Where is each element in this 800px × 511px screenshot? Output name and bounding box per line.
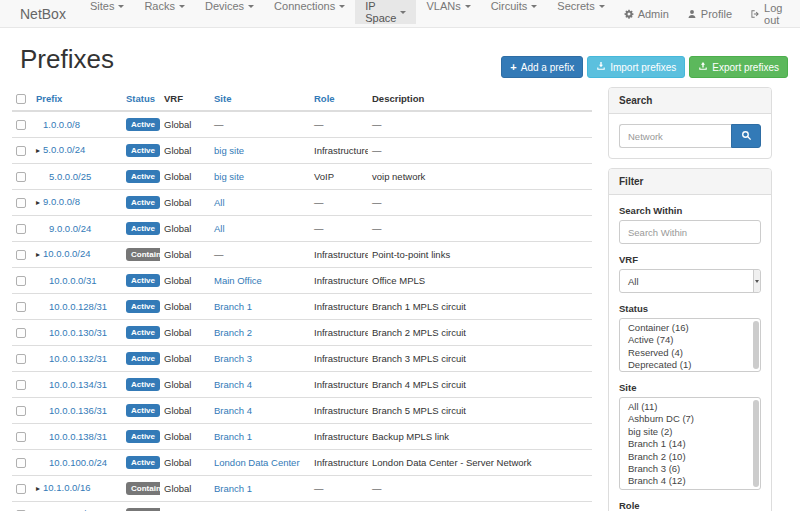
export-prefixes-button[interactable]: Export prefixes — [689, 56, 788, 78]
row-checkbox[interactable] — [16, 172, 26, 182]
row-checkbox[interactable] — [16, 380, 26, 390]
site-link[interactable]: All — [214, 223, 225, 234]
nav-item-connections[interactable]: Connections — [264, 0, 355, 12]
role-value: Infrastructure — [314, 405, 368, 416]
site-listbox[interactable]: All (11)Ashburn DC (7)big site (2)Branch… — [619, 397, 761, 490]
prefix-link[interactable]: 10.0.0.138/31 — [49, 431, 107, 442]
site-option[interactable]: Branch 1 (14) — [620, 438, 760, 450]
prefix-link[interactable]: 10.0.0.132/31 — [49, 353, 107, 364]
row-checkbox[interactable] — [16, 250, 26, 260]
row-checkbox[interactable] — [16, 198, 26, 208]
site-option[interactable]: Branch 3 (6) — [620, 463, 760, 475]
site-link[interactable]: Branch 1 — [214, 483, 252, 494]
action-buttons: + Add a prefix Import prefixes Export pr… — [501, 56, 788, 78]
site-link[interactable]: All — [214, 197, 225, 208]
site-link[interactable]: London Data Center — [214, 457, 300, 468]
row-checkbox[interactable] — [16, 302, 26, 312]
site-link[interactable]: Branch 1 — [214, 431, 252, 442]
prefix-table: Prefix Status VRF Site Role Description … — [12, 87, 592, 511]
row-checkbox[interactable] — [16, 276, 26, 286]
prefix-link[interactable]: 10.0.0.136/31 — [49, 405, 107, 416]
nav-item-sites[interactable]: Sites — [80, 0, 134, 12]
vrf-value: Global — [164, 275, 191, 286]
site-link[interactable]: Branch 1 — [214, 301, 252, 312]
nav-item-label: Devices — [205, 0, 244, 12]
site-option[interactable]: All (11) — [620, 401, 760, 413]
prefix-link[interactable]: 10.0.100.0/24 — [49, 457, 107, 468]
prefix-link[interactable]: 10.0.0.0/31 — [49, 275, 97, 286]
site-link[interactable]: Branch 4 — [214, 379, 252, 390]
admin-link[interactable]: Admin — [615, 0, 678, 27]
row-checkbox[interactable] — [16, 224, 26, 234]
status-option[interactable]: Reserved (4) — [620, 347, 760, 359]
prefix-link[interactable]: 9.0.0.0/24 — [49, 223, 91, 234]
nav-item-devices[interactable]: Devices — [195, 0, 264, 12]
prefix-link[interactable]: 9.0.0.0/8 — [43, 196, 80, 207]
column-header-status[interactable]: Status — [122, 87, 160, 111]
search-button[interactable] — [731, 124, 761, 148]
prefix-link[interactable]: 10.0.0.134/31 — [49, 379, 107, 390]
row-checkbox[interactable] — [16, 354, 26, 364]
site-option[interactable]: Branch 5 (7) — [620, 488, 760, 490]
prefix-link[interactable]: 10.1.0.0/16 — [43, 482, 91, 493]
row-checkbox[interactable] — [16, 146, 26, 156]
nav-item-ip-space[interactable]: IP Space — [355, 0, 416, 24]
prefix-link[interactable]: 5.0.0.0/24 — [43, 144, 85, 155]
status-badge: Active — [126, 170, 160, 183]
site-link[interactable]: Branch 4 — [214, 405, 252, 416]
site-link[interactable]: Branch 2 — [214, 327, 252, 338]
row-checkbox[interactable] — [16, 432, 26, 442]
row-checkbox[interactable] — [16, 458, 26, 468]
site-empty: — — [214, 119, 224, 130]
site-link[interactable]: big site — [214, 171, 244, 182]
profile-link[interactable]: Profile — [678, 0, 741, 27]
expand-arrow-icon[interactable]: ▸ — [36, 198, 43, 208]
expand-arrow-icon[interactable]: ▸ — [36, 484, 43, 494]
site-option[interactable]: Branch 2 (10) — [620, 451, 760, 463]
expand-arrow-icon[interactable]: ▸ — [36, 250, 43, 260]
row-checkbox[interactable] — [16, 406, 26, 416]
status-listbox[interactable]: Container (16)Active (74)Reserved (4)Dep… — [619, 318, 761, 372]
prefix-link[interactable]: 10.0.0.128/31 — [49, 301, 107, 312]
column-header-site[interactable]: Site — [210, 87, 310, 111]
row-checkbox[interactable] — [16, 328, 26, 338]
site-link[interactable]: big site — [214, 145, 244, 156]
import-prefixes-button[interactable]: Import prefixes — [587, 56, 685, 78]
search-within-input[interactable] — [619, 220, 761, 244]
site-option[interactable]: big site (2) — [620, 426, 760, 438]
add-prefix-label: Add a prefix — [521, 62, 574, 73]
nav-item-vlans[interactable]: VLANs — [416, 0, 480, 12]
scrollbar-thumb[interactable] — [753, 321, 759, 369]
scrollbar-thumb[interactable] — [753, 400, 759, 487]
log-out-link[interactable]: Log out — [741, 0, 791, 27]
status-option[interactable]: Deprecated (1) — [620, 359, 760, 371]
netbox-brand[interactable]: NetBox — [0, 0, 80, 27]
nav-item-racks[interactable]: Racks — [134, 0, 195, 12]
nav-item-circuits[interactable]: Circuits — [481, 0, 548, 12]
column-header-prefix[interactable]: Prefix — [32, 87, 122, 111]
row-checkbox[interactable] — [16, 120, 26, 130]
site-option[interactable]: Branch 4 (12) — [620, 475, 760, 487]
status-option[interactable]: Container (16) — [620, 322, 760, 334]
row-checkbox[interactable] — [16, 484, 26, 494]
site-option[interactable]: Ashburn DC (7) — [620, 413, 760, 425]
select-all-checkbox[interactable] — [16, 94, 26, 104]
prefix-link[interactable]: 10.0.0.130/31 — [49, 327, 107, 338]
column-header-role[interactable]: Role — [310, 87, 368, 111]
column-header-description: Description — [368, 87, 592, 111]
site-link[interactable]: Main Office — [214, 275, 262, 286]
prefix-link[interactable]: 10.0.0.0/24 — [43, 248, 91, 259]
add-prefix-button[interactable]: + Add a prefix — [501, 56, 583, 78]
prefix-link[interactable]: 5.0.0.0/25 — [49, 171, 91, 182]
caret-icon — [118, 5, 124, 8]
status-option[interactable]: Active (74) — [620, 334, 760, 346]
profile-label: Profile — [701, 8, 732, 20]
nav-item-secrets[interactable]: Secrets — [547, 0, 614, 12]
description-value: Point-to-point links — [372, 249, 450, 260]
search-input[interactable] — [619, 124, 731, 148]
vrf-value: Global — [164, 249, 191, 260]
prefix-link[interactable]: 1.0.0.0/8 — [43, 119, 80, 130]
vrf-select[interactable]: All — [619, 269, 761, 293]
site-link[interactable]: Branch 3 — [214, 353, 252, 364]
expand-arrow-icon[interactable]: ▸ — [36, 146, 43, 156]
